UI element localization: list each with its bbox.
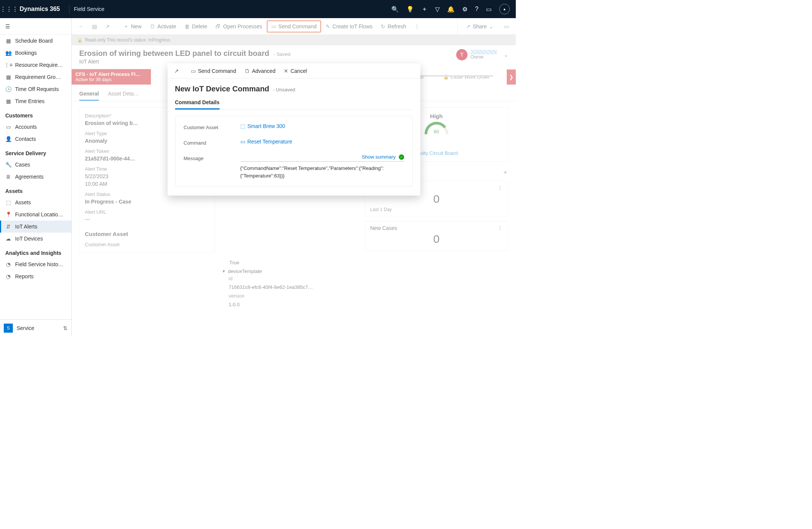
command-link[interactable]: ▭Reset Temperature <box>240 139 404 145</box>
nav-label: IoT Alerts <box>15 224 37 230</box>
nav-label: IoT Devices <box>15 236 43 242</box>
nav-section-title: Analytics and Insights <box>0 245 71 258</box>
dialog-title: New IoT Device Command - Unsaved <box>175 85 413 93</box>
dialog-command-bar: ↗ ▭Send Command 🗋Advanced ✕Cancel <box>168 63 420 79</box>
nav-item-iot-devices[interactable]: ☁IoT Devices <box>0 233 71 245</box>
nav-label: Bookings <box>15 50 37 56</box>
customer-asset-link[interactable]: ⬚Smart Brew 300 <box>240 123 404 129</box>
nav-item-agreements[interactable]: 🗎Agreements <box>0 171 71 183</box>
command-icon: ▭ <box>240 139 245 145</box>
iot-device-icon: ☁ <box>5 236 11 242</box>
chevron-updown-icon: ⇅ <box>63 325 68 331</box>
location-icon: 📍 <box>5 211 11 217</box>
add-icon[interactable]: ＋ <box>421 5 428 13</box>
nav-item-assets[interactable]: ⬚Assets <box>0 196 71 208</box>
nav-label: Functional Locatio… <box>15 211 63 217</box>
content-area: ← ▤ ↗ ＋New 🗋Activate 🗑Delete 🗗Open Proce… <box>72 18 516 336</box>
cases-icon: 🔧 <box>5 162 11 168</box>
advanced-icon: 🗋 <box>245 68 250 74</box>
nav-label: Assets <box>15 199 31 205</box>
app-launcher-icon[interactable]: ⋮⋮⋮ <box>3 3 15 15</box>
area-initial: S <box>4 324 13 333</box>
nav-label: Reports <box>15 273 34 279</box>
nav-item[interactable]: 🕓Time Off Requests <box>0 83 71 95</box>
field-label: Customer Asset <box>184 123 240 130</box>
nav-label: Cases <box>15 162 30 168</box>
timeoff-icon: 🕓 <box>5 86 11 92</box>
history-icon: ◔ <box>5 261 11 267</box>
dialog-form-card: Customer Asset ⬚Smart Brew 300 Command ▭… <box>175 116 413 187</box>
nav-section-title: Customers <box>0 107 71 121</box>
app-area-label[interactable]: Field Service <box>74 6 105 12</box>
nav-label: Contacts <box>15 136 36 142</box>
nav-item[interactable]: 👥Bookings <box>0 47 71 59</box>
bookings-icon: 👥 <box>5 50 11 56</box>
popout-icon: ↗ <box>174 68 179 74</box>
filter-icon[interactable]: ▽ <box>435 6 440 13</box>
area-switcher[interactable]: S Service ⇅ <box>0 319 71 336</box>
dialog-unsaved: - Unsaved <box>273 87 295 93</box>
dialog-popout-button[interactable]: ↗ <box>171 66 183 76</box>
btn-label: Send Command <box>198 68 236 74</box>
field-label: Command <box>184 139 240 146</box>
nav-label: Time Off Requests <box>15 86 59 92</box>
divider <box>69 5 69 13</box>
accounts-icon: ▭ <box>5 124 11 130</box>
nav-item[interactable]: ⋮≡Resource Require… <box>0 59 71 71</box>
global-topbar: ⋮⋮⋮ Dynamics 365 Field Service 🔍 💡 ＋ ▽ 🔔… <box>0 0 516 18</box>
nav-section-title: Assets <box>0 183 71 196</box>
agreements-icon: 🗎 <box>5 174 11 180</box>
left-nav: ☰ ▦Schedule Board 👥Bookings ⋮≡Resource R… <box>0 18 72 336</box>
nav-item-iot-alerts[interactable]: ⇵IoT Alerts <box>0 221 71 233</box>
nav-item-cases[interactable]: 🔧Cases <box>0 159 71 171</box>
contacts-icon: 👤 <box>5 136 11 142</box>
command-icon: ▭ <box>191 68 196 74</box>
topbar-icons: 🔍 💡 ＋ ▽ 🔔 ⚙ ? ▭ ● <box>391 4 513 14</box>
notification-icon[interactable]: 🔔 <box>447 6 455 13</box>
nav-label: Resource Require… <box>15 62 63 68</box>
nav-item-history[interactable]: ◔Field Service histo… <box>0 258 71 270</box>
nav-item-accounts[interactable]: ▭Accounts <box>0 121 71 133</box>
nav-collapse-button[interactable]: ☰ <box>0 18 71 35</box>
dialog-send-command-button[interactable]: ▭Send Command <box>187 66 240 76</box>
nav-label: Time Entries <box>15 98 45 104</box>
modal-overlay: ↗ ▭Send Command 🗋Advanced ✕Cancel New Io… <box>72 18 516 336</box>
nav-item-contacts[interactable]: 👤Contacts <box>0 133 71 145</box>
user-avatar[interactable]: ● <box>499 4 510 14</box>
show-summary-link[interactable]: Show summary <box>362 154 396 160</box>
check-icon: ✓ <box>399 154 404 160</box>
resource-icon: ⋮≡ <box>5 62 11 68</box>
reports-icon: ◔ <box>5 273 11 279</box>
dialog-advanced-button[interactable]: 🗋Advanced <box>241 66 279 76</box>
nav-item[interactable]: ▦Requirement Gro… <box>0 71 71 83</box>
assets-icon: ⬚ <box>5 199 11 205</box>
nav-label: Field Service histo… <box>15 261 63 267</box>
assistant-icon[interactable]: ▭ <box>486 6 492 13</box>
nav-item[interactable]: ▦Schedule Board <box>0 35 71 47</box>
message-text[interactable]: {"CommandName":"Reset Temperature","Para… <box>240 165 404 179</box>
dialog-cancel-button[interactable]: ✕Cancel <box>280 66 311 76</box>
nav-label: Schedule Board <box>15 38 53 44</box>
settings-icon[interactable]: ⚙ <box>462 6 468 13</box>
nav-label: Accounts <box>15 124 37 130</box>
nav-label: Requirement Gro… <box>15 74 61 80</box>
help-icon[interactable]: ? <box>475 6 478 12</box>
iot-alert-icon: ⇵ <box>5 224 11 230</box>
nav-item-reports[interactable]: ◔Reports <box>0 270 71 282</box>
btn-label: Advanced <box>252 68 275 74</box>
nav-item[interactable]: ▦Time Entries <box>0 95 71 107</box>
dialog-tab-command-details[interactable]: Command Details <box>175 96 220 110</box>
send-command-dialog: ↗ ▭Send Command 🗋Advanced ✕Cancel New Io… <box>168 63 420 196</box>
nav-item-locations[interactable]: 📍Functional Locatio… <box>0 208 71 221</box>
btn-label: Cancel <box>291 68 307 74</box>
reqgroup-icon: ▦ <box>5 74 11 80</box>
nav-section-title: Service Delivery <box>0 145 71 159</box>
timeentry-icon: ▦ <box>5 98 11 104</box>
close-icon: ✕ <box>284 68 288 74</box>
schedule-icon: ▦ <box>5 38 11 44</box>
idea-icon[interactable]: 💡 <box>406 6 414 13</box>
nav-label: Agreements <box>15 174 43 180</box>
search-icon[interactable]: 🔍 <box>391 6 399 13</box>
area-label: Service <box>17 325 34 331</box>
field-label: Message <box>184 154 240 161</box>
